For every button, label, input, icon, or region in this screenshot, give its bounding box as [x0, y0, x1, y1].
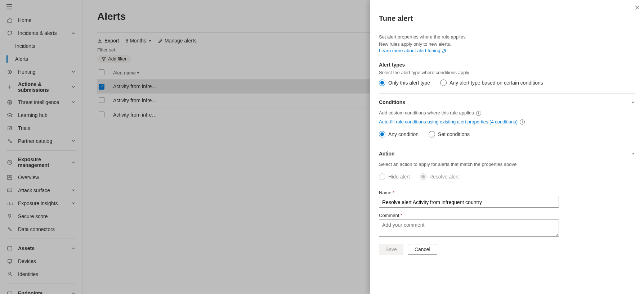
nav-label: Actions & submissions: [18, 81, 71, 93]
chevron-down-icon: [71, 85, 76, 90]
trials-icon: [6, 125, 13, 131]
sidebar-item-actions-submissions[interactable]: Actions & submissions: [0, 78, 82, 96]
range-dropdown[interactable]: 6 Months▾: [125, 38, 151, 44]
home-icon: [6, 17, 13, 23]
comment-textarea[interactable]: [379, 220, 559, 237]
export-button[interactable]: Export: [97, 38, 119, 44]
nav-label: Incidents & alerts: [18, 30, 71, 36]
sidebar-item-partner-catalog[interactable]: Partner catalog: [0, 135, 82, 148]
nav-label: Secure score: [18, 213, 76, 219]
panel-title: Tune alert: [379, 14, 635, 23]
close-button[interactable]: [635, 5, 640, 10]
nav-label: Home: [18, 17, 76, 23]
sidebar-item-endpoints[interactable]: Endpoints: [0, 287, 82, 294]
shield-icon: [6, 30, 13, 36]
sidebar-item-identities[interactable]: Identities: [0, 268, 82, 281]
sidebar-item-exposure-insights[interactable]: Exposure insights: [0, 197, 82, 210]
actions-icon: [6, 84, 13, 90]
name-input[interactable]: [379, 197, 559, 208]
comment-label: Comment *: [379, 213, 635, 218]
info-icon[interactable]: i: [476, 111, 481, 116]
sidebar-item-devices[interactable]: Devices: [0, 255, 82, 268]
chevron-down-icon: [71, 188, 76, 193]
alert-types-sub: Select the alert type where conditions a…: [379, 70, 635, 75]
svg-rect-12: [8, 259, 12, 262]
learn-more-link[interactable]: Learn more about alert tuning: [379, 48, 446, 53]
sidebar-item-secure-score[interactable]: Secure score: [0, 210, 82, 223]
radio-only-this-alert[interactable]: Only this alert type: [379, 80, 430, 86]
row-checkbox[interactable]: [99, 112, 104, 117]
row-checkbox[interactable]: [99, 97, 104, 103]
save-button[interactable]: Save: [379, 244, 403, 255]
autofill-link[interactable]: Auto-fill rule conditions using existing…: [379, 119, 518, 125]
sidebar-item-home[interactable]: Home: [0, 14, 82, 27]
nav-label: Hunting: [18, 69, 71, 75]
sidebar-item-hunting[interactable]: Hunting: [0, 65, 82, 78]
nav-label: Partner catalog: [18, 138, 71, 144]
sidebar-item-assets[interactable]: Assets: [0, 242, 82, 255]
chevron-down-icon: [71, 201, 76, 206]
sidebar-item-trials[interactable]: Trials: [0, 122, 82, 135]
cancel-button[interactable]: Cancel: [408, 244, 437, 255]
action-header[interactable]: Action: [379, 151, 635, 157]
add-filter-button[interactable]: Add filter: [97, 55, 131, 63]
chevron-down-icon: ▾: [149, 39, 151, 43]
nav-label: Alerts: [15, 56, 76, 62]
nav-label: Devices: [18, 258, 76, 264]
sidebar-item-attack-surface[interactable]: Attack surface: [0, 184, 82, 197]
sidebar-item-overview[interactable]: Overview: [0, 171, 82, 184]
chevron-up-icon: [71, 291, 76, 294]
nav-label: Threat intelligence: [18, 99, 71, 105]
panel-desc2: New rules apply only to new alerts.: [379, 41, 635, 48]
add-filter-label: Add filter: [108, 56, 126, 62]
svg-rect-9: [8, 178, 12, 180]
nav-label: Exposure management: [18, 157, 71, 168]
radio-any-condition[interactable]: Any condition: [379, 131, 419, 137]
panel-desc1: Set alert properties where the rule appl…: [379, 33, 635, 41]
chevron-down-icon: [71, 69, 76, 74]
info-icon[interactable]: i: [520, 119, 525, 125]
partner-icon: [6, 138, 13, 144]
chevron-up-icon: [71, 246, 76, 251]
chevron-down-icon: [71, 139, 76, 144]
sidebar-item-incidents-alerts[interactable]: Incidents & alerts: [0, 27, 82, 40]
nav-label: Endpoints: [18, 290, 71, 294]
overview-icon: [6, 174, 13, 181]
sidebar-item-incidents[interactable]: Incidents: [0, 40, 82, 53]
conditions-section: Conditions Add custom conditions where t…: [379, 93, 635, 137]
alert-types-heading: Alert types: [379, 62, 635, 68]
nav-label: Data connectors: [18, 226, 76, 232]
attack-icon: [6, 187, 13, 194]
radio-any-alert-type[interactable]: Any alert type based on certain conditio…: [440, 80, 543, 86]
row-checkbox[interactable]: ✓: [99, 84, 104, 90]
nav-label: Trials: [18, 125, 76, 131]
nav-label: Exposure insights: [18, 200, 71, 206]
divider: [6, 239, 76, 239]
sidebar-item-data-connectors[interactable]: Data connectors: [0, 223, 82, 236]
nav-label: Attack surface: [18, 187, 71, 193]
radio-hide-alert: Hide alert: [379, 173, 410, 180]
svg-rect-3: [8, 126, 12, 130]
chevron-up-icon: [631, 151, 635, 156]
divider: [6, 150, 76, 151]
identity-icon: [6, 271, 13, 277]
manage-alerts-button[interactable]: Manage alerts: [157, 38, 197, 44]
svg-point-1: [9, 72, 10, 73]
select-all-checkbox[interactable]: [99, 69, 104, 75]
conditions-header[interactable]: Conditions: [379, 99, 635, 105]
radio-set-conditions[interactable]: Set conditions: [429, 131, 470, 137]
sidebar-item-learning-hub[interactable]: Learning hub: [0, 109, 82, 122]
svg-point-13: [9, 272, 11, 274]
exposure-icon: [6, 159, 13, 166]
sidebar-item-threat-intelligence[interactable]: Threat intelligence: [0, 96, 82, 109]
nav-label: Incidents: [15, 43, 76, 49]
hamburger-icon[interactable]: [0, 0, 82, 14]
action-sub: Select an action to apply for alerts tha…: [379, 162, 635, 167]
nav-label: Overview: [18, 175, 76, 180]
sidebar-item-alerts[interactable]: Alerts: [0, 53, 82, 65]
export-label: Export: [104, 38, 119, 44]
endpoints-icon: [6, 290, 13, 294]
sidebar-item-exposure-management[interactable]: Exposure management: [0, 154, 82, 171]
assets-icon: [6, 245, 13, 252]
conditions-sub: Add custom conditions where this rule ap…: [379, 110, 635, 116]
